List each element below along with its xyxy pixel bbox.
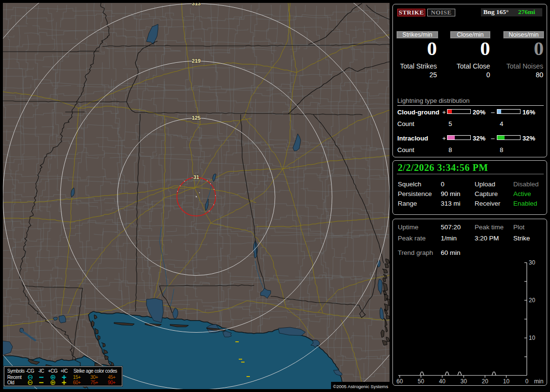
svg-text:125: 125: [192, 115, 201, 121]
svg-text:313: 313: [192, 3, 201, 6]
svg-text:40: 40: [439, 378, 446, 385]
svg-text:10: 10: [503, 378, 510, 385]
svg-text:20: 20: [529, 297, 536, 304]
svg-text:20: 20: [482, 378, 489, 385]
svg-text:60: 60: [396, 378, 403, 385]
svg-text:31: 31: [193, 174, 199, 180]
svg-text:30: 30: [461, 378, 467, 385]
svg-text:219: 219: [192, 58, 201, 64]
svg-text:30: 30: [529, 259, 536, 266]
svg-text:min: min: [534, 378, 543, 385]
svg-text:50: 50: [418, 378, 424, 385]
svg-text:0: 0: [525, 378, 529, 385]
svg-text:10: 10: [529, 335, 536, 341]
